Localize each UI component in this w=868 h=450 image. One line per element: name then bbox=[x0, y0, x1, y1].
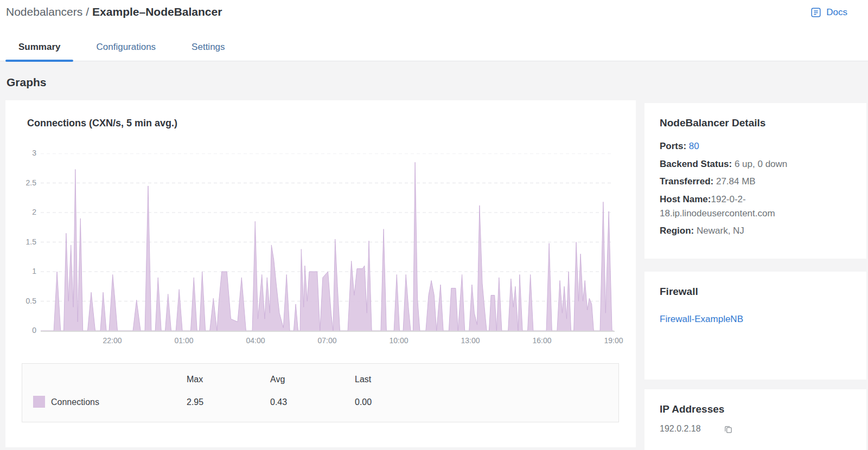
y-axis-tick-label: 3 bbox=[10, 149, 36, 157]
connections-graph-panel: Connections (CXN/s, 5 min avg.) 00.511.5… bbox=[5, 100, 636, 447]
connections-area-chart: 00.511.522.5322:0001:0004:0007:0010:0013… bbox=[41, 153, 614, 331]
tab-summary[interactable]: Summary bbox=[5, 34, 73, 61]
nodebalancer-details-panel: NodeBalancer Details Ports: 80 Backend S… bbox=[644, 103, 866, 259]
x-axis-line bbox=[41, 331, 615, 332]
page-header: Nodebalancers/Example–NodeBalancer Docs … bbox=[0, 0, 868, 61]
x-axis-tick-label: 19:00 bbox=[597, 336, 630, 345]
transferred-row: Transferred: 27.84 MB bbox=[660, 173, 851, 191]
chart-title: Connections (CXN/s, 5 min avg.) bbox=[27, 118, 177, 129]
x-axis-tick-label: 16:00 bbox=[526, 336, 558, 345]
legend-header-last: Last bbox=[355, 375, 371, 384]
legend-header-avg: Avg bbox=[270, 375, 285, 384]
docs-icon bbox=[810, 7, 822, 18]
active-tab-underline bbox=[5, 60, 73, 62]
copy-icon bbox=[724, 425, 733, 434]
x-axis-tick-label: 22:00 bbox=[96, 336, 129, 345]
tab-settings-label: Settings bbox=[192, 42, 225, 53]
ip-addresses-panel: IP Addresses 192.0.2.18 bbox=[644, 389, 866, 450]
x-axis-tick-label: 13:00 bbox=[454, 336, 487, 345]
x-axis-tick-label: 10:00 bbox=[382, 336, 415, 345]
tab-summary-label: Summary bbox=[18, 42, 60, 53]
tab-configurations[interactable]: Configurations bbox=[83, 34, 169, 61]
connections-area-svg bbox=[41, 153, 614, 331]
region-value: Newark, NJ bbox=[697, 226, 744, 236]
host-name-label: Host Name: bbox=[660, 194, 711, 204]
port-80-link[interactable]: 80 bbox=[689, 141, 699, 151]
tab-bar: Summary Configurations Settings bbox=[5, 34, 248, 61]
y-axis-tick-label: 0.5 bbox=[10, 297, 36, 305]
x-axis-tick-label: 04:00 bbox=[239, 336, 272, 345]
tab-configurations-label: Configurations bbox=[96, 42, 156, 53]
y-axis-tick-label: 2 bbox=[10, 208, 36, 216]
backend-status-value: 6 up, 0 down bbox=[735, 159, 787, 169]
legend-value-avg: 0.43 bbox=[270, 397, 287, 407]
ports-label: Ports: bbox=[660, 141, 686, 151]
tab-settings[interactable]: Settings bbox=[178, 34, 238, 61]
y-axis-tick-label: 2.5 bbox=[10, 178, 36, 187]
legend-value-last: 0.00 bbox=[355, 397, 372, 407]
firewall-link[interactable]: Firewall-ExampleNB bbox=[660, 314, 743, 325]
legend-header-max: Max bbox=[187, 375, 203, 384]
docs-link[interactable]: Docs bbox=[810, 7, 847, 18]
connections-swatch bbox=[33, 396, 45, 408]
firewall-panel-title: Firewall bbox=[660, 286, 851, 298]
region-label: Region: bbox=[660, 226, 694, 236]
breadcrumb: Nodebalancers/Example–NodeBalancer bbox=[6, 5, 222, 18]
connections-area bbox=[41, 162, 614, 331]
transferred-label: Transferred: bbox=[660, 176, 713, 187]
ip-panel-title: IP Addresses bbox=[660, 403, 851, 415]
x-axis-tick-label: 07:00 bbox=[311, 336, 343, 345]
details-panel-title: NodeBalancer Details bbox=[660, 117, 851, 129]
y-axis-tick-label: 1.5 bbox=[10, 237, 36, 246]
ip-address-row: 192.0.2.18 bbox=[660, 424, 851, 434]
ports-row: Ports: 80 bbox=[660, 138, 851, 156]
docs-label: Docs bbox=[826, 7, 847, 18]
backend-status-label: Backend Status: bbox=[660, 159, 732, 169]
legend-series-name: Connections bbox=[51, 397, 99, 407]
copy-ip-button[interactable] bbox=[724, 425, 733, 434]
transferred-value: 27.84 MB bbox=[716, 176, 756, 187]
legend-value-max: 2.95 bbox=[187, 397, 203, 407]
ip-address-value: 192.0.2.18 bbox=[660, 424, 701, 434]
x-axis-tick-label: 01:00 bbox=[168, 336, 200, 345]
breadcrumb-current: Example–NodeBalancer bbox=[92, 5, 222, 18]
region-row: Region: Newark, NJ bbox=[660, 222, 851, 240]
host-name-row: Host Name:192-0-2-18.ip.linodeuserconten… bbox=[660, 192, 839, 221]
y-axis-tick-label: 1 bbox=[10, 267, 36, 275]
firewall-panel: Firewall Firewall-ExampleNB bbox=[644, 272, 866, 380]
breadcrumb-nodebalancers-link[interactable]: Nodebalancers bbox=[6, 5, 82, 18]
backend-status-row: Backend Status: 6 up, 0 down bbox=[660, 156, 851, 173]
page-title: Graphs bbox=[7, 76, 47, 89]
legend-table: Max Avg Last Connections 2.95 0.43 0.00 bbox=[22, 363, 619, 422]
y-axis-tick-label: 0 bbox=[10, 326, 36, 335]
breadcrumb-separator: / bbox=[82, 5, 92, 18]
